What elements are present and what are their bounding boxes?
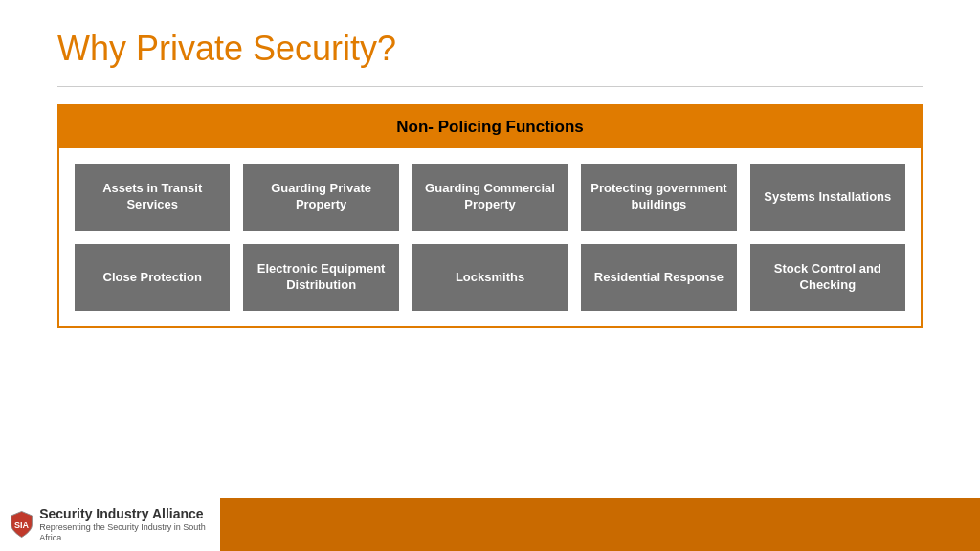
cell-guarding-private: Guarding Private Property xyxy=(243,164,398,231)
cell-systems-installations: Systems Installations xyxy=(750,164,905,231)
grid-row-1: Assets in Transit Services Guarding Priv… xyxy=(75,164,905,231)
cell-close-protection: Close Protection xyxy=(75,244,230,311)
cell-stock-control: Stock Control and Checking xyxy=(750,244,905,311)
cell-electronic-equipment: Electronic Equipment Distribution xyxy=(243,244,398,311)
cell-residential-response: Residential Response xyxy=(581,244,736,311)
svg-text:SIA: SIA xyxy=(14,520,30,530)
slide-content: Why Private Security? Non- Policing Func… xyxy=(0,0,980,328)
logo-inner: SIA Security Industry Alliance Represent… xyxy=(10,506,211,542)
cell-assets-in-transit: Assets in Transit Services xyxy=(75,164,230,231)
cell-locksmiths: Locksmiths xyxy=(412,244,568,311)
cell-protecting-government: Protecting government buildings xyxy=(581,164,736,231)
shield-icon: SIA xyxy=(10,509,33,540)
footer-bar: SIA Security Industry Alliance Represent… xyxy=(0,498,980,551)
cell-guarding-commercial: Guarding Commercial Property xyxy=(412,164,568,231)
logo-subtitle: Representing the Security Industry in So… xyxy=(39,522,211,543)
header-bar-label: Non- Policing Functions xyxy=(396,118,583,136)
divider xyxy=(57,86,923,87)
main-box: Non- Policing Functions Assets in Transi… xyxy=(57,104,923,328)
grid-row-2: Close Protection Electronic Equipment Di… xyxy=(75,244,905,311)
grid-section: Assets in Transit Services Guarding Priv… xyxy=(59,148,921,326)
logo-text: Security Industry Alliance Representing … xyxy=(39,506,211,542)
page-title: Why Private Security? xyxy=(57,29,923,69)
logo-box: SIA Security Industry Alliance Represent… xyxy=(0,498,220,551)
header-bar: Non- Policing Functions xyxy=(59,106,921,148)
logo-title: Security Industry Alliance xyxy=(39,506,211,522)
